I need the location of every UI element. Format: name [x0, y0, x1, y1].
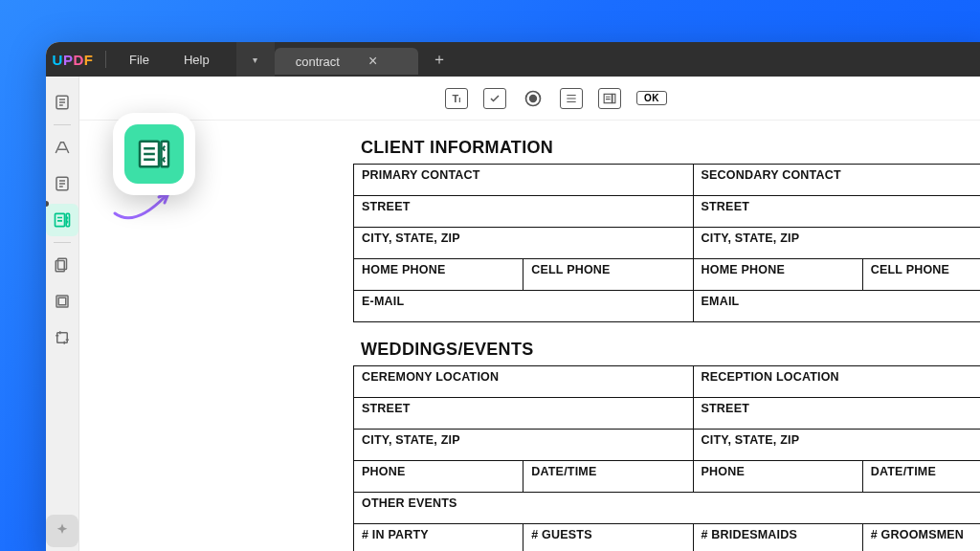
tab-strip: ▾ contract × ＋: [236, 42, 453, 77]
tabs-dropdown[interactable]: ▾: [236, 42, 275, 77]
field-ev-csz-1[interactable]: CITY, STATE, ZIP: [362, 433, 685, 447]
field-cell-phone-1[interactable]: CELL PHONE: [531, 263, 684, 276]
menu-divider: [105, 51, 106, 68]
field-ev-csz-2[interactable]: CITY, STATE, ZIP: [702, 433, 981, 447]
organize-icon[interactable]: [46, 249, 78, 281]
dropdown-tool-icon[interactable]: [598, 88, 621, 109]
markup-icon[interactable]: [46, 131, 78, 164]
field-cell-phone-2[interactable]: CELL PHONE: [871, 263, 980, 276]
menubar: UPDF File Help ▾ contract × ＋: [46, 42, 980, 77]
app-logo: UPDF: [46, 52, 100, 68]
field-in-party[interactable]: # IN PARTY: [362, 528, 515, 541]
form-icon[interactable]: [46, 204, 78, 236]
tab-contract[interactable]: contract ×: [275, 48, 418, 75]
field-ceremony-location[interactable]: CEREMONY LOCATION: [362, 370, 685, 384]
listbox-tool-icon[interactable]: [560, 88, 583, 109]
field-csz-2[interactable]: CITY, STATE, ZIP: [702, 231, 981, 245]
text-field-tool-icon[interactable]: TI: [445, 88, 468, 109]
sidebar: [46, 77, 79, 551]
events-table: CEREMONY LOCATION RECEPTION LOCATION STR…: [353, 365, 980, 551]
menu-help[interactable]: Help: [167, 53, 227, 67]
button-tool-icon[interactable]: OK: [636, 91, 667, 105]
field-ev-street-2[interactable]: STREET: [702, 402, 981, 415]
document-viewport[interactable]: CLIENT INFORMATION PRIMARY CONTACT SECON…: [79, 121, 980, 551]
field-guests[interactable]: # GUESTS: [531, 528, 684, 541]
field-ev-datetime-1[interactable]: DATE/TIME: [531, 465, 684, 478]
ai-assistant-icon[interactable]: [46, 515, 78, 547]
field-street-2[interactable]: STREET: [702, 200, 981, 213]
reader-icon[interactable]: [46, 86, 78, 119]
tab-title: contract: [296, 55, 340, 69]
form-toolbar: TI OK: [79, 77, 980, 121]
svg-rect-28: [162, 142, 169, 167]
crop-icon[interactable]: [46, 321, 78, 354]
redact-icon[interactable]: [46, 285, 78, 318]
field-ev-datetime-2[interactable]: DATE/TIME: [871, 465, 980, 478]
svg-rect-23: [612, 94, 615, 102]
checkbox-tool-icon[interactable]: [483, 88, 506, 109]
menu-file[interactable]: File: [112, 53, 167, 67]
field-reception-location[interactable]: RECEPTION LOCATION: [702, 370, 981, 384]
field-email-1[interactable]: E-MAIL: [362, 295, 685, 308]
field-ev-phone-2[interactable]: PHONE: [702, 465, 855, 478]
field-street-1[interactable]: STREET: [362, 200, 685, 213]
field-csz-1[interactable]: CITY, STATE, ZIP: [362, 231, 685, 245]
tab-close-icon[interactable]: ×: [365, 54, 381, 69]
field-ev-street-1[interactable]: STREET: [362, 402, 685, 415]
field-home-phone-2[interactable]: HOME PHONE: [702, 263, 855, 276]
field-email-2[interactable]: EMAIL: [702, 295, 981, 308]
client-table: PRIMARY CONTACT SECONDARY CONTACT STREET…: [353, 164, 980, 322]
form-mode-callout: [113, 113, 195, 195]
form-mode-callout-icon: [124, 124, 184, 184]
edit-icon[interactable]: [46, 167, 78, 200]
field-primary-contact[interactable]: PRIMARY CONTACT: [362, 168, 685, 182]
section-title-client: CLIENT INFORMATION: [361, 138, 980, 158]
section-title-events: WEDDINGS/EVENTS: [361, 340, 980, 360]
app-window: UPDF File Help ▾ contract × ＋: [46, 42, 980, 551]
field-groomsmen[interactable]: # GROOMSMEN: [871, 528, 980, 541]
svg-rect-9: [66, 213, 69, 226]
field-ev-phone-1[interactable]: PHONE: [362, 465, 515, 478]
svg-rect-13: [58, 298, 66, 305]
field-home-phone-1[interactable]: HOME PHONE: [362, 263, 515, 276]
field-other-events[interactable]: OTHER EVENTS: [362, 496, 980, 510]
svg-rect-14: [57, 333, 68, 343]
new-tab-button[interactable]: ＋: [426, 46, 453, 73]
radio-tool-icon[interactable]: [522, 88, 545, 109]
svg-point-16: [530, 95, 537, 101]
field-bridesmaids[interactable]: # BRIDESMAIDS: [702, 528, 855, 541]
field-secondary-contact[interactable]: SECONDARY CONTACT: [702, 168, 981, 182]
